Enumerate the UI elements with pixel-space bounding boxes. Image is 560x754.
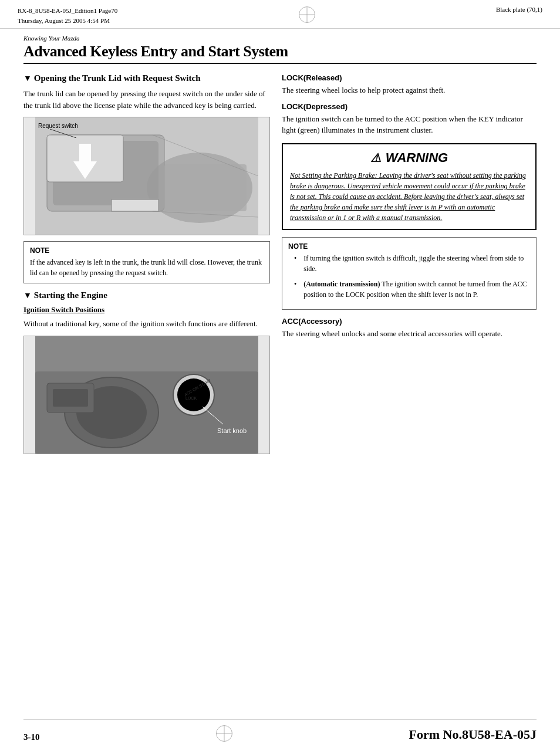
lock-released-heading: LOCK(Released): [282, 73, 537, 82]
triangle-bullet: ▼: [23, 74, 32, 83]
warning-title: WARNING: [386, 150, 448, 165]
trunk-image-container: Request switch: [23, 117, 270, 235]
trunk-note-box: NOTE If the advanced key is left in the …: [23, 241, 270, 283]
note-title: NOTE: [30, 246, 264, 255]
ignition-image-container: ACC ON START LOCK Start knob: [23, 336, 270, 454]
title-rule: [23, 63, 537, 64]
footer-registration-mark: [215, 725, 233, 742]
warning-header: ⚠ WARNING: [290, 150, 528, 165]
svg-rect-11: [164, 164, 247, 211]
engine-heading-text: Starting the Engine: [34, 290, 107, 300]
page-number: 3-10: [23, 732, 40, 742]
right-note-box: NOTE If turning the ignition switch is d…: [282, 237, 537, 310]
trunk-section-heading: ▼ Opening the Trunk Lid with Request Swi…: [23, 73, 270, 83]
acc-heading: ACC(Accessory): [282, 317, 537, 326]
header-plate-info: Black plate (70,1): [496, 6, 542, 13]
bullet-2-content: (Automatic transmission) The ignition sw…: [303, 279, 530, 300]
footer-center: [215, 725, 233, 742]
svg-rect-26: [53, 389, 88, 407]
main-title: Advanced Keyless Entry and Start System: [23, 43, 537, 60]
registration-mark: [298, 6, 316, 23]
note-text: If the advanced key is left in the trunk…: [30, 257, 264, 278]
bullet-2-bold: (Automatic transmission): [303, 280, 380, 288]
trunk-image: Request switch: [24, 117, 269, 235]
lock-depressed-heading: LOCK(Depressed): [282, 102, 537, 111]
left-column: ▼ Opening the Trunk Lid with Request Swi…: [23, 73, 270, 460]
note-bullet-list: If turning the ignition switch is diffic…: [288, 253, 530, 300]
engine-section: ▼ Starting the Engine Ignition Switch Po…: [23, 290, 270, 454]
warning-box: ⚠ WARNING Not Setting the Parking Brake:…: [282, 143, 537, 230]
note-bullet-2: (Automatic transmission) The ignition sw…: [294, 279, 530, 300]
ignition-image: ACC ON START LOCK Start knob: [24, 336, 269, 454]
acc-text: The steering wheel unlocks and some elec…: [282, 328, 537, 340]
header-center: [298, 6, 316, 23]
svg-text:LOCK: LOCK: [185, 396, 197, 400]
warning-content: Not Setting the Parking Brake: Leaving t…: [290, 170, 528, 223]
svg-rect-12: [112, 200, 158, 211]
header-file-info: RX-8_8U58-EA-05J_Edition1 Page70 Thursda…: [18, 6, 117, 25]
right-note-title: NOTE: [288, 242, 530, 251]
header: RX-8_8U58-EA-05J_Edition1 Page70 Thursda…: [0, 0, 560, 29]
two-column-layout: ▼ Opening the Trunk Lid with Request Swi…: [23, 73, 537, 460]
main-content: Knowing Your Mazda Advanced Keyless Entr…: [0, 29, 560, 472]
lock-depressed-text: The ignition switch can be turned to the…: [282, 113, 537, 136]
note-bullet-1: If turning the ignition switch is diffic…: [294, 253, 530, 274]
lock-released-text: The steering wheel locks to help protect…: [282, 84, 537, 96]
file-info: RX-8_8U58-EA-05J_Edition1 Page70: [18, 6, 117, 16]
trunk-heading-text: Opening the Trunk Lid with Request Switc…: [34, 73, 201, 83]
engine-heading: ▼ Starting the Engine: [23, 290, 270, 300]
page-wrapper: RX-8_8U58-EA-05J_Edition1 Page70 Thursda…: [0, 0, 560, 754]
date-info: Thursday, August 25 2005 4:54 PM: [18, 16, 117, 26]
trunk-body-text: The trunk lid can be opened by pressing …: [23, 88, 270, 111]
svg-text:Request switch: Request switch: [38, 123, 78, 129]
engine-bullet: ▼: [23, 291, 32, 300]
bullet-1-text: If turning the ignition switch is diffic…: [303, 253, 530, 274]
ignition-positions-heading: Ignition Switch Positions: [23, 305, 270, 315]
section-label: Knowing Your Mazda: [23, 35, 537, 42]
footer: 3-10 Form No.8U58-EA-05J: [23, 719, 537, 742]
ignition-body-text: Without a traditional key, some of the i…: [23, 318, 270, 330]
svg-text:Start knob: Start knob: [217, 427, 247, 434]
plate-info: Black plate (70,1): [496, 6, 542, 13]
form-number: Form No.8U58-EA-05J: [409, 727, 537, 742]
warning-icon: ⚠: [370, 151, 381, 165]
right-column: LOCK(Released) The steering wheel locks …: [282, 73, 537, 460]
